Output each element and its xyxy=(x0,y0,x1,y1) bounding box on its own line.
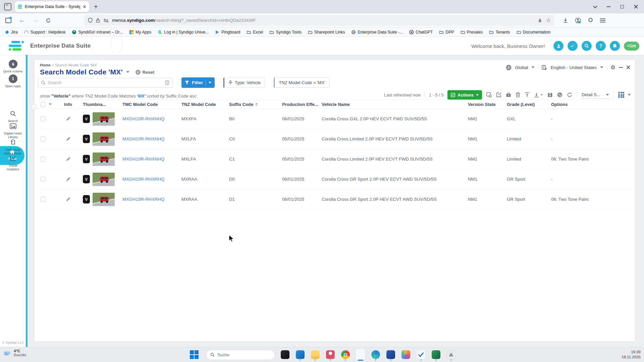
row-checkbox[interactable] xyxy=(41,157,46,162)
upload-icon[interactable] xyxy=(524,92,530,98)
bookmark-folder-presales[interactable]: Presales xyxy=(461,30,483,35)
bookmark-folder-dpp[interactable]: DPP xyxy=(439,30,454,35)
taskbar-people-icon[interactable] xyxy=(326,349,335,360)
row-checkbox[interactable] xyxy=(41,136,46,141)
col-grade-level[interactable]: Grade (Level) xyxy=(507,102,551,107)
taskbar-snipping-tool-icon[interactable] xyxy=(446,349,456,360)
taskbar-outlook-icon[interactable] xyxy=(296,349,305,360)
table-row[interactable]: V MXGH10R-RHXNHQ MXLFA C1 05/01/2025 Cor… xyxy=(38,149,629,169)
verify-icon[interactable] xyxy=(486,92,492,98)
sidebar-item-visual-analytics[interactable]: VisualAnalytics xyxy=(0,156,26,171)
taskbar-search[interactable] xyxy=(206,350,275,360)
bookmark-syndigo-university[interactable]: Log in | Syndigo Unive... xyxy=(158,30,209,35)
bookmark-chatgpt[interactable]: ChatGPT xyxy=(409,30,433,35)
taskbar-photos-icon[interactable] xyxy=(401,349,411,360)
table-row[interactable]: V MXGH15R-RHXRHQ MXRAA D1 08/01/2025 Cor… xyxy=(38,189,629,209)
session-timer-badge[interactable]: <1m xyxy=(624,42,639,51)
table-row[interactable]: V MXGH10R-RHXNHQ MXXFA B0 08/01/2025 Cor… xyxy=(38,109,629,129)
help-button[interactable]: ? xyxy=(596,41,606,51)
back-icon[interactable]: ← xyxy=(19,17,25,24)
downloads-icon[interactable] xyxy=(563,18,568,23)
taskbar-file-explorer-icon[interactable] xyxy=(311,349,320,360)
col-info[interactable]: Info xyxy=(53,102,83,107)
taskbar-media-player-icon[interactable] xyxy=(280,349,290,360)
select-all-checkbox[interactable] xyxy=(41,102,46,107)
col-suffix-code[interactable]: Suffix Code xyxy=(229,102,282,107)
bookmark-folder-sharepoint[interactable]: Sharepoint Links xyxy=(308,30,345,35)
actions-button[interactable]: Actions xyxy=(447,90,482,100)
title-dropdown-icon[interactable] xyxy=(126,71,129,73)
row-edit-button[interactable] xyxy=(53,136,83,141)
shield-icon[interactable] xyxy=(88,18,93,23)
start-button[interactable] xyxy=(190,350,199,359)
bookmark-folder-excel[interactable]: Excel xyxy=(247,30,263,35)
bookmark-jira[interactable]: Jira xyxy=(5,30,18,35)
vehicle-thumbnail[interactable] xyxy=(93,112,115,126)
row-edit-button[interactable] xyxy=(53,116,83,121)
language-caret-icon[interactable] xyxy=(600,66,603,68)
bookmark-helpdesk[interactable]: Support : Helpdesk xyxy=(24,30,66,35)
global-search-button[interactable] xyxy=(582,41,592,51)
col-options[interactable]: Options xyxy=(551,102,629,107)
vehicle-thumbnail[interactable] xyxy=(93,193,115,206)
forward-icon[interactable]: → xyxy=(32,17,38,24)
bookmark-my-apps[interactable]: My Apps xyxy=(129,30,151,35)
refresh-icon[interactable] xyxy=(567,92,573,98)
extensions-icon[interactable] xyxy=(588,17,593,23)
row-checkbox[interactable] xyxy=(41,177,46,182)
col-vehicle-name[interactable]: Vehicle Name xyxy=(322,102,468,107)
window-maximize-icon[interactable] xyxy=(621,5,624,8)
row-edit-button[interactable] xyxy=(53,157,83,162)
filter-caret-icon[interactable] xyxy=(209,82,211,83)
vehicle-thumbnail[interactable] xyxy=(93,153,115,166)
global-selector[interactable]: Global xyxy=(515,65,528,70)
bookmark-eds[interactable]: Enterprise Data Suite -... xyxy=(351,30,403,35)
col-production-effective[interactable]: Production Effe... xyxy=(282,102,322,107)
taskbar-chrome-icon[interactable] xyxy=(341,349,350,360)
lock-icon[interactable] xyxy=(96,18,100,23)
saved-search-icon[interactable] xyxy=(165,80,170,85)
save-icon[interactable] xyxy=(547,92,553,98)
filter-chip-type[interactable]: Type: Vehicle xyxy=(223,77,265,88)
workflow-briefcase-icon[interactable] xyxy=(505,92,512,98)
tab-close-icon[interactable] xyxy=(83,5,86,8)
permissions-icon[interactable] xyxy=(103,18,109,22)
window-minimize-icon[interactable] xyxy=(607,6,610,7)
sidebar-open-apps[interactable]: 1 Open Apps xyxy=(0,74,26,88)
tmc-model-code-link[interactable]: MXGH15R-RHXRHQ xyxy=(122,177,181,182)
select-menu-caret-icon[interactable] xyxy=(49,103,52,105)
bookmark-folder-documentation[interactable]: Documentation xyxy=(517,30,551,35)
taskbar-todo-icon[interactable] xyxy=(416,349,426,360)
url-text[interactable]: mensa.syndigo.com/search-thing?_savedSea… xyxy=(112,18,539,23)
row-checkbox[interactable] xyxy=(41,197,46,202)
col-tmc-model-code[interactable]: TMC Model Code xyxy=(122,102,181,107)
list-tabs-icon[interactable] xyxy=(593,4,597,8)
panel-close-icon[interactable] xyxy=(626,65,630,69)
delete-icon[interactable] xyxy=(515,92,521,98)
notifications-button[interactable] xyxy=(610,41,620,51)
sidebar-item-search[interactable]: Search xyxy=(0,111,26,123)
vehicle-thumbnail[interactable] xyxy=(93,173,115,186)
search-field[interactable] xyxy=(38,78,173,88)
tasks-button[interactable]: ✓ xyxy=(568,41,578,51)
sidebar-toggle-icon[interactable] xyxy=(5,18,11,23)
view-select[interactable]: Detail S... xyxy=(581,91,610,99)
new-tab-button[interactable]: + xyxy=(94,3,98,10)
sort-icon[interactable] xyxy=(255,103,258,106)
sidebar-item-digital-asset-library[interactable]: Digital AssetLibrary xyxy=(0,123,26,139)
sidebar-item-reference-data-library[interactable]: ReferenceData Library xyxy=(0,139,26,155)
profile-avatar[interactable] xyxy=(553,41,564,51)
taskbar-excel-icon[interactable] xyxy=(431,349,441,360)
row-edit-button[interactable] xyxy=(53,177,83,182)
row-checkbox[interactable] xyxy=(41,116,46,121)
table-row[interactable]: V MXGH15R-RHXRHQ MXRAA D0 08/01/2025 Cor… xyxy=(38,169,629,189)
filter-button[interactable]: Filter xyxy=(181,77,215,88)
browser-tab[interactable]: Enterprise Data Suite - Syndigo xyxy=(15,1,89,12)
search-input[interactable] xyxy=(48,80,165,85)
col-version-state[interactable]: Version State xyxy=(468,102,507,107)
tmc-model-code-link[interactable]: MXGH15R-RHXRHQ xyxy=(122,197,181,202)
menu-icon[interactable] xyxy=(600,18,605,22)
vehicle-thumbnail[interactable] xyxy=(93,132,115,146)
translate-icon[interactable]: ā xyxy=(539,18,541,23)
panel-minimize-icon[interactable] xyxy=(619,67,623,68)
